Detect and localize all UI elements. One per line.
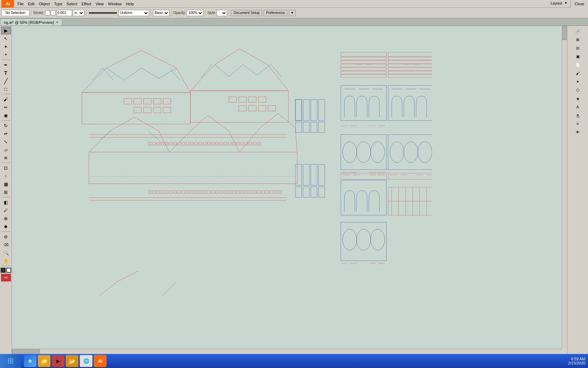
graphic-styles-panel-btn[interactable]: ⬡ (569, 86, 587, 94)
pathfinder-panel-btn[interactable]: ⊟ (569, 44, 587, 52)
stroke-type-select[interactable]: UniformWidth Profile 1 (118, 10, 149, 16)
artboard-tool[interactable]: Art (1, 274, 11, 281)
pencil-tool[interactable]: ✏ (1, 103, 11, 111)
layers-panel-btn[interactable]: 📄 (569, 61, 587, 69)
vertical-scrollbar[interactable] (562, 26, 567, 349)
document-setup-button[interactable]: Document Setup (231, 10, 262, 16)
align-panel-btn[interactable]: ⊞ (569, 36, 587, 43)
document-tab[interactable]: ng.ai* @ 50% (RGB/Preview) × (0, 19, 62, 26)
globe-taskbar-icon[interactable]: 🌐 (80, 355, 92, 367)
extra-toolbar-btn[interactable]: ▾ (289, 10, 296, 16)
canvas-area[interactable] (12, 26, 567, 354)
eyedropper-tool[interactable]: 🖊 (1, 206, 11, 214)
svg-rect-148 (295, 187, 302, 197)
menu-object[interactable]: Object (37, 1, 52, 7)
svg-rect-40 (199, 142, 202, 145)
scale-tool[interactable]: ⤡ (1, 138, 11, 145)
view-panel-btn[interactable]: 👁 (569, 128, 587, 136)
fill-stroke-widget[interactable] (1, 268, 11, 273)
svg-rect-151 (318, 187, 325, 197)
ai-taskbar-icon[interactable]: Ai (94, 355, 106, 367)
fill-color-swatch[interactable] (51, 11, 56, 15)
main-layout: ▶ ↖ ✦ ⌖ ✒ T ╱ □ 🖌 ✏ ◉ ↻ ⇌ ⤡ ▱ ≋ ⊡ ⁘ ▦ ⊞ … (0, 26, 588, 354)
zoom-tool[interactable]: 🔍 (1, 249, 11, 257)
svg-rect-131 (237, 191, 239, 193)
menu-edit[interactable]: Edit (26, 1, 37, 7)
svg-rect-16 (229, 97, 237, 102)
menu-select[interactable]: Select (64, 1, 79, 7)
media-taskbar-icon[interactable]: ▶ (52, 355, 64, 367)
eraser-tool[interactable]: ⌫ (1, 241, 11, 248)
blob-brush-tool[interactable]: ◉ (1, 111, 11, 119)
brushes-panel-btn[interactable]: 🖌 (569, 69, 587, 77)
line-tool[interactable]: ╱ (1, 77, 11, 85)
spacing-panel-btn[interactable]: ≡ (569, 120, 587, 128)
menu-window[interactable]: Window (106, 1, 124, 7)
live-paint-bucket-tool[interactable]: ⬟ (1, 223, 11, 230)
svg-rect-163 (388, 187, 432, 215)
magic-wand-tool[interactable]: ✦ (1, 43, 11, 50)
link-panel-btn[interactable]: 🔗 (569, 27, 587, 35)
svg-rect-17 (239, 97, 246, 102)
tool-separator-5 (1, 197, 10, 197)
warp-tool[interactable]: ≋ (1, 154, 11, 162)
fill-swatch[interactable] (1, 268, 6, 273)
stroke-color-swatch[interactable] (45, 11, 50, 15)
selection-tool[interactable]: ▶ (1, 27, 11, 34)
stroke-swatch[interactable] (6, 268, 11, 273)
symbols-panel-btn[interactable]: ✦ (569, 78, 587, 86)
transform-panel-btn[interactable]: ▣ (569, 53, 587, 60)
svg-rect-7 (134, 107, 141, 113)
lasso-tool[interactable]: ⌖ (1, 51, 11, 59)
horizontal-scrollbar[interactable] (12, 349, 562, 354)
type-tool[interactable]: T (1, 69, 11, 77)
rotate-tool[interactable]: ↻ (1, 122, 11, 129)
svg-rect-113 (161, 191, 164, 193)
free-transform-tool[interactable]: ⊡ (1, 164, 11, 172)
paintbrush-tool[interactable]: 🖌 (1, 95, 11, 103)
menu-help[interactable]: Help (124, 1, 136, 7)
close-button[interactable]: Close (570, 0, 588, 8)
slice-tool[interactable]: ⊘ (1, 233, 11, 240)
opacity-select[interactable]: 100%75%50% (187, 10, 203, 16)
direct-selection-tool[interactable]: ↖ (1, 35, 11, 42)
menu-view[interactable]: View (93, 1, 106, 7)
files-taskbar-icon[interactable]: 📂 (66, 355, 78, 367)
vertical-scroll-thumb[interactable] (562, 26, 567, 40)
chevron-down-icon[interactable]: ▾ (565, 1, 567, 5)
mesh-tool[interactable]: ⊞ (1, 188, 11, 196)
svg-rect-41 (203, 142, 206, 145)
type-panel-btn[interactable]: A (569, 103, 587, 111)
style-select[interactable] (217, 10, 227, 16)
stroke-value-input[interactable] (56, 10, 72, 16)
blend-tool[interactable]: ⊕ (1, 214, 11, 222)
menu-file[interactable]: File (15, 1, 26, 7)
svg-rect-141 (279, 191, 281, 193)
character-panel-btn[interactable]: A̲ (569, 111, 587, 119)
horizontal-scroll-thumb[interactable] (12, 349, 40, 354)
svg-rect-144 (295, 164, 302, 185)
hand-tool[interactable]: ✋ (1, 257, 11, 265)
reflect-tool[interactable]: ⇌ (1, 130, 11, 137)
stroke-style-group: UniformWidth Profile 1 (88, 10, 151, 16)
stroke-unit-select[interactable]: inpxpt (73, 10, 84, 16)
pen-tool[interactable]: ✒ (1, 61, 11, 69)
shear-tool[interactable]: ▱ (1, 146, 11, 154)
menu-type[interactable]: Type (52, 1, 65, 7)
gradient-tool[interactable]: ◧ (1, 198, 11, 206)
svg-rect-111 (153, 191, 155, 193)
svg-rect-67 (341, 64, 386, 67)
folder-taskbar-icon[interactable]: 📁 (38, 355, 50, 367)
start-button[interactable]: ⊞ (0, 354, 21, 368)
menu-effect[interactable]: Effect (79, 1, 93, 7)
ie-taskbar-icon[interactable]: e (24, 355, 36, 367)
symbol-sprayer-tool[interactable]: ⁘ (1, 172, 11, 180)
rectangle-tool[interactable]: □ (1, 85, 11, 93)
preferences-button[interactable]: Preferences (264, 10, 287, 16)
svg-rect-19 (258, 97, 266, 102)
tab-close-icon[interactable]: × (56, 20, 58, 24)
appearance-panel-btn[interactable]: ◈ (569, 95, 587, 102)
basic-select[interactable]: Basic (153, 10, 169, 16)
column-graph-tool[interactable]: ▦ (1, 180, 11, 188)
svg-rect-44 (216, 142, 218, 145)
